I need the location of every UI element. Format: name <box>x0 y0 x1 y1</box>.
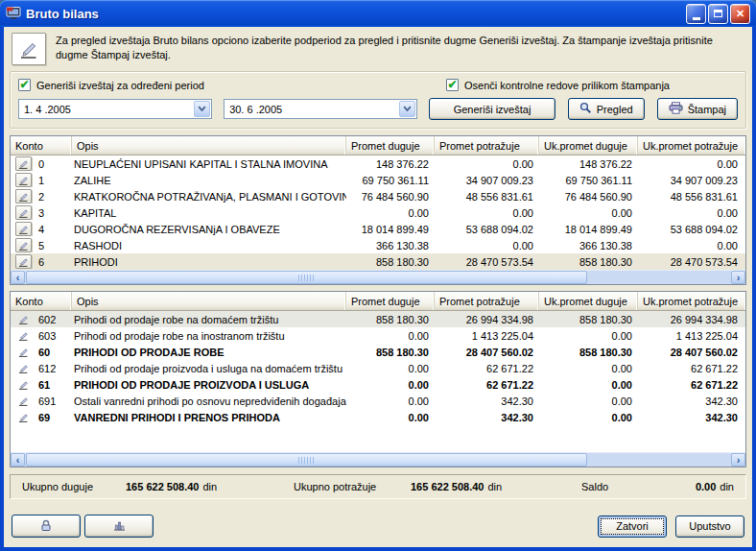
summary-table-rows: 0NEUPLAĆENI UPISANI KAPITAL I STALNA IMO… <box>11 156 745 270</box>
scroll-right-icon[interactable]: › <box>731 271 745 284</box>
scroll-right-icon[interactable]: › <box>731 453 745 467</box>
close-dialog-button[interactable]: Zatvori <box>598 515 667 538</box>
cell-uk_promet_duguje: 69 750 361.11 <box>539 175 638 186</box>
preview-button[interactable]: Pregled <box>568 98 645 120</box>
print-button[interactable]: Štampaj <box>657 98 738 120</box>
cell-promet_duguje: 366 130.38 <box>346 240 435 252</box>
edit-pencil-icon[interactable] <box>11 156 35 171</box>
checkbox-icon[interactable]: ✔ <box>446 79 459 91</box>
checkbox-icon[interactable]: ✔ <box>18 79 31 91</box>
table-row[interactable]: 691Ostali vanredni prihodi po osnovu nep… <box>11 393 745 409</box>
cell-uk_promet_potrazuje: 53 688 094.02 <box>638 224 745 235</box>
cell-uk_promet_duguje: 858 180.30 <box>539 256 638 268</box>
scrollbar-track[interactable] <box>587 453 731 467</box>
edit-pencil-icon[interactable] <box>11 189 35 204</box>
column-header-promet-potrazuje[interactable]: Promet potražuje <box>435 136 539 155</box>
cell-opis: KRATKOROČNA POTRAŽIVANjA, PLASMANI I GOT… <box>72 191 346 203</box>
generate-report-button[interactable]: Generiši izveštaj <box>429 98 555 120</box>
cell-konto: 61 <box>35 379 72 391</box>
lock-button[interactable] <box>12 515 81 538</box>
minimize-button[interactable] <box>686 4 706 24</box>
column-header-opis[interactable]: Opis <box>72 136 346 155</box>
cell-konto: 603 <box>35 330 72 342</box>
edit-pencil-icon[interactable] <box>11 238 35 252</box>
cell-uk_promet_duguje: 0.00 <box>539 395 638 407</box>
edit-pencil-icon[interactable] <box>11 254 35 269</box>
column-header-promet-potrazuje[interactable]: Promet potražuje <box>435 292 539 310</box>
date-from-select[interactable]: 1. 4 .2005 <box>18 99 212 119</box>
column-header-uk-promet-duguje[interactable]: Uk.promet duguje <box>539 136 638 155</box>
cell-uk_promet_duguje: 0.00 <box>539 330 638 342</box>
table-row[interactable]: 60PRIHODI OD PRODAJE ROBE858 180.3028 40… <box>11 344 745 360</box>
column-header-promet-duguje[interactable]: Promet duguje <box>346 292 435 310</box>
period-checkbox[interactable]: ✔ Generiši izveštaj za određeni period <box>18 79 446 91</box>
cell-konto: 1 <box>35 175 72 186</box>
scroll-left-icon[interactable]: ‹ <box>11 453 25 467</box>
lock-icon <box>40 519 52 534</box>
table-row[interactable]: 0NEUPLAĆENI UPISANI KAPITAL I STALNA IMO… <box>11 156 745 172</box>
table-row[interactable]: 4DUGOROČNA REZERVISANjA I OBAVEZE18 014 … <box>11 221 745 237</box>
horizontal-scrollbar[interactable]: ‹ › <box>11 270 745 284</box>
edit-pencil-icon[interactable] <box>11 173 35 187</box>
chevron-down-icon[interactable] <box>399 101 415 117</box>
column-header-konto[interactable]: Konto <box>11 136 72 155</box>
chart-button[interactable] <box>84 515 154 538</box>
total-debit-value: 165 622 508.40din <box>126 481 294 492</box>
close-button[interactable]: ✕ <box>730 4 750 24</box>
table-row[interactable]: 1ZALIHE69 750 361.1134 907 009.2369 750 … <box>11 172 745 188</box>
table-row[interactable]: 2KRATKOROČNA POTRAŽIVANjA, PLASMANI I GO… <box>11 188 745 204</box>
cell-konto: 0 <box>35 158 72 170</box>
period-checkbox-label: Generiši izveštaj za određeni period <box>36 80 204 91</box>
preview-label: Pregled <box>597 104 633 115</box>
table-row[interactable]: 5RASHODI366 130.380.00366 130.380.00 <box>11 237 745 253</box>
table-row[interactable]: 3KAPITAL0.000.000.000.00 <box>11 204 745 221</box>
edit-pencil-icon[interactable] <box>11 346 35 359</box>
cell-konto: 691 <box>35 395 72 407</box>
cell-uk_promet_potrazuje: 28 407 560.02 <box>638 347 745 358</box>
dialog-body: Za pregled izveštaja Bruto bilans opcion… <box>0 27 756 551</box>
edit-pencil-icon[interactable] <box>11 205 35 220</box>
column-header-uk-promet-potrazuje[interactable]: Uk.promet potražuje <box>638 292 745 310</box>
table-row[interactable]: 6PRIHODI858 180.3028 470 573.54858 180.3… <box>11 253 745 270</box>
pencil-icon <box>12 33 46 65</box>
edit-pencil-icon[interactable] <box>11 395 35 408</box>
column-header-promet-duguje[interactable]: Promet duguje <box>346 136 435 155</box>
titlebar[interactable]: Bruto bilans ✕ <box>0 0 756 27</box>
table-row[interactable]: 69VANREDNI PRIHODI I PRENOS PRIHODA0.003… <box>11 409 745 425</box>
column-header-konto[interactable]: Konto <box>11 292 72 310</box>
edit-pencil-icon[interactable] <box>11 362 35 375</box>
maximize-button[interactable] <box>708 4 728 24</box>
column-header-uk-promet-potrazuje[interactable]: Uk.promet potražuje <box>638 136 745 155</box>
cell-uk_promet_duguje: 858 180.30 <box>539 314 638 325</box>
cell-uk_promet_duguje: 858 180.30 <box>539 347 638 358</box>
scrollbar-grip-icon <box>298 457 315 464</box>
cell-uk_promet_duguje: 0.00 <box>539 363 638 374</box>
date-to-select[interactable]: 30. 6 .2005 <box>224 99 417 119</box>
table-row[interactable]: 612Prihodi od prodaje proizvoda i usluga… <box>11 360 745 376</box>
edit-pencil-icon[interactable] <box>11 222 35 236</box>
cell-promet_potrazuje: 26 994 334.98 <box>435 314 539 325</box>
date-to-value: 30. 6 .2005 <box>224 104 398 115</box>
edit-pencil-icon[interactable] <box>11 411 35 424</box>
scroll-left-icon[interactable]: ‹ <box>11 271 25 284</box>
scrollbar-thumb[interactable] <box>26 271 587 284</box>
column-header-opis[interactable]: Opis <box>72 292 346 310</box>
cell-uk_promet_duguje: 148 376.22 <box>539 158 638 170</box>
help-button[interactable]: Uputstvo <box>675 515 744 538</box>
horizontal-scrollbar[interactable]: ‹ › <box>11 452 745 467</box>
footer: Zatvori Uputstvo <box>10 507 746 545</box>
edit-pencil-icon[interactable] <box>11 329 35 343</box>
edit-pencil-icon[interactable] <box>11 378 35 392</box>
maximize-icon <box>714 10 722 17</box>
cell-promet_duguje: 0.00 <box>346 412 435 423</box>
table-row[interactable]: 603Prihodi od prodaje robe na inostranom… <box>11 327 745 344</box>
scrollbar-thumb[interactable] <box>26 453 587 467</box>
column-header-uk-promet-duguje[interactable]: Uk.promet duguje <box>539 292 638 310</box>
edit-pencil-icon[interactable] <box>11 313 35 326</box>
scrollbar-track[interactable] <box>587 271 731 284</box>
chevron-down-icon[interactable] <box>194 101 210 117</box>
table-row[interactable]: 61PRIHODI OD PRODAJE PROIZVODA I USLUGA0… <box>11 376 745 393</box>
shade-checkbox[interactable]: ✔ Osenči kontrolne redove prilikom štamp… <box>446 79 670 91</box>
table-row[interactable]: 602Prihodi od prodaje robe na domaćem tr… <box>11 311 745 327</box>
info-banner: Za pregled izveštaja Bruto bilans opcion… <box>10 31 746 71</box>
